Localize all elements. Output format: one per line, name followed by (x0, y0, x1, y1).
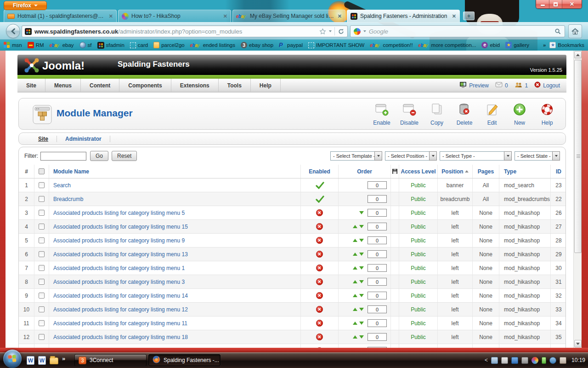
header-position[interactable]: Position (438, 165, 473, 178)
firefox-menu-button[interactable]: Firefox (4, 1, 47, 10)
header-type[interactable]: Type (499, 165, 551, 178)
users-count[interactable]: 1 (514, 82, 528, 89)
reset-button[interactable]: Reset (112, 151, 137, 161)
module-name-link[interactable]: Associated products listing for category… (53, 237, 185, 244)
bookmark-item[interactable]: ebayended listings (190, 42, 235, 48)
row-checkbox[interactable] (39, 320, 45, 326)
disabled-icon[interactable]: ✕ (316, 320, 323, 327)
logout-link[interactable]: Logout (534, 81, 560, 89)
tray-icon-2[interactable] (501, 357, 508, 364)
volume-muted-icon[interactable] (560, 357, 566, 364)
header-num[interactable]: # (19, 165, 34, 178)
move-up-icon[interactable] (353, 225, 357, 228)
tray-icon-3[interactable] (511, 357, 518, 364)
bookmarks-menu-button[interactable]: ★Bookmarks (549, 42, 584, 48)
header-id[interactable]: ID (551, 165, 566, 178)
order-input[interactable] (368, 236, 387, 244)
order-input[interactable] (368, 305, 387, 313)
network-icon[interactable] (549, 357, 556, 364)
move-down-icon[interactable] (359, 211, 364, 214)
quick-launch-overflow-chevron[interactable]: » (62, 355, 65, 362)
move-up-icon[interactable] (353, 335, 357, 339)
search-engine-dropdown-icon[interactable] (363, 30, 366, 32)
close-button[interactable]: ✕ (562, 0, 582, 8)
disabled-icon[interactable]: ✕ (316, 292, 323, 299)
disabled-icon[interactable]: ✕ (316, 334, 323, 340)
tab-close-icon[interactable]: ✕ (109, 13, 113, 19)
minimize-button[interactable] (536, 0, 549, 8)
move-down-icon[interactable] (359, 322, 364, 325)
module-name-link[interactable]: Search (53, 182, 71, 189)
header-order[interactable]: Order (339, 165, 391, 178)
module-name-link[interactable]: Associated products listing for category… (53, 251, 188, 258)
tray-icon-4[interactable] (521, 357, 528, 364)
module-name-link[interactable]: Breadcrumb (53, 196, 83, 202)
disabled-icon[interactable]: ✕ (316, 251, 323, 258)
header-access-level[interactable]: Access Level (399, 165, 438, 178)
row-checkbox[interactable] (39, 306, 45, 312)
preview-link[interactable]: Preview (459, 81, 489, 89)
move-up-icon[interactable] (353, 322, 357, 325)
bookmark-item[interactable]: ebayebay (50, 42, 74, 48)
module-name-link[interactable]: Associated products listing for category… (53, 210, 185, 216)
move-up-icon[interactable] (353, 280, 357, 283)
tab-close-icon[interactable]: ✕ (452, 13, 456, 19)
order-input[interactable] (368, 250, 387, 258)
module-name-link[interactable]: Associated products listing for category… (53, 320, 187, 327)
home-button[interactable] (568, 24, 582, 38)
row-checkbox[interactable] (39, 224, 45, 230)
select-2[interactable]: - Select Type - (440, 151, 512, 161)
scroll-up-button[interactable] (574, 51, 582, 58)
order-input[interactable] (368, 333, 387, 341)
disabled-icon[interactable]: ✕ (316, 223, 323, 230)
select-dropdown-button[interactable] (374, 151, 382, 161)
order-input[interactable] (368, 278, 387, 286)
tray-expand-chevron[interactable]: < (485, 357, 488, 363)
disabled-icon[interactable]: ✕ (316, 237, 323, 244)
order-input[interactable] (368, 264, 387, 272)
scroll-down-button[interactable] (574, 340, 582, 347)
module-name-link[interactable]: Associated products listing for category… (53, 334, 188, 340)
vertical-scrollbar[interactable] (573, 51, 582, 348)
bookmark-item[interactable]: RM (28, 42, 44, 48)
header-module-name[interactable]: Module Name (49, 165, 301, 178)
bookmark-item[interactable]: parcel2go (153, 42, 185, 48)
taskbar-button-1[interactable]: 33Connect (74, 354, 147, 366)
enable-button[interactable]: Enable (370, 102, 394, 126)
select-1[interactable]: - Select Position - (385, 151, 437, 161)
row-checkbox[interactable] (39, 279, 45, 285)
tab-1[interactable]: Hotmail (1) - spaldingfasteners@hot...✕ (4, 10, 117, 22)
menu-components[interactable]: Components (119, 79, 171, 92)
select-dropdown-button[interactable] (429, 151, 437, 161)
bookmark-item[interactable]: card (130, 42, 148, 48)
move-down-icon[interactable] (359, 335, 364, 339)
maximize-button[interactable] (549, 0, 562, 8)
bookmark-item[interactable]: 3ebay shop (241, 42, 273, 48)
select-dropdown-button[interactable] (552, 151, 560, 161)
move-down-icon[interactable] (359, 308, 364, 311)
order-input[interactable] (368, 292, 387, 299)
filter-input[interactable] (40, 152, 86, 161)
reload-icon[interactable] (338, 28, 345, 35)
go-button[interactable]: Go (90, 151, 108, 161)
select-all-checkbox[interactable] (39, 168, 45, 174)
menu-menus[interactable]: Menus (45, 79, 81, 92)
order-input[interactable] (368, 319, 387, 327)
tray-icon-1[interactable] (491, 357, 498, 364)
menu-help[interactable]: Help (251, 79, 281, 92)
tab-2[interactable]: How to? - HikaShop✕ (118, 10, 231, 22)
url-dropdown-icon[interactable] (329, 30, 332, 32)
order-input[interactable] (368, 223, 387, 230)
row-checkbox[interactable] (39, 334, 45, 340)
battery-icon[interactable] (542, 357, 546, 364)
select-3[interactable]: - Select State - (514, 151, 560, 161)
bookmark-item[interactable]: IMPORTANT SHOW (308, 42, 364, 48)
header-enabled[interactable]: Enabled (301, 165, 339, 178)
back-button[interactable] (6, 24, 20, 38)
move-down-icon[interactable] (359, 225, 364, 228)
bookmark-item[interactable]: eebid (481, 42, 500, 48)
search-icon[interactable] (554, 28, 561, 35)
menu-site[interactable]: Site (17, 79, 45, 92)
move-up-icon[interactable] (353, 294, 357, 297)
disabled-icon[interactable]: ✕ (316, 306, 323, 313)
